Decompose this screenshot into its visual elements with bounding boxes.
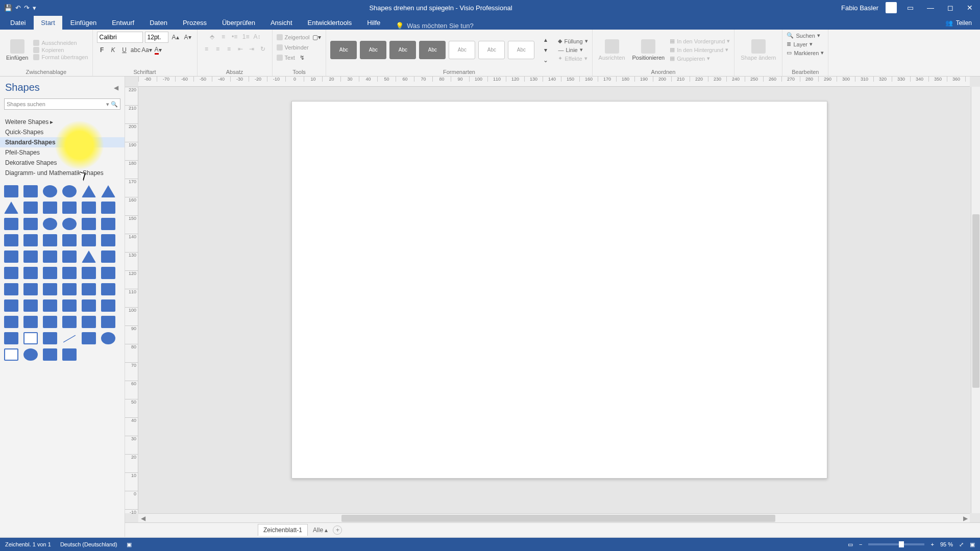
connector-tool-button[interactable]: Verbinder [277, 44, 309, 51]
shape-stencil[interactable] [62, 299, 77, 312]
shape-stencil[interactable] [82, 185, 96, 197]
shape-stencil[interactable] [43, 251, 57, 263]
layer-button[interactable]: ≣Layer▾ [787, 40, 813, 48]
style-swatch-4[interactable]: Abc [419, 41, 446, 59]
user-name[interactable]: Fabio Basler [841, 4, 878, 12]
bold-button[interactable]: F [97, 45, 107, 55]
group-button[interactable]: ▦Gruppieren▾ [670, 55, 730, 62]
shape-stencil[interactable] [43, 316, 57, 328]
tab-prozess[interactable]: Prozess [176, 16, 214, 30]
tab-hilfe[interactable]: Hilfe [360, 16, 387, 30]
align-middle-icon[interactable]: ≡ [218, 32, 229, 42]
shape-stencil[interactable] [4, 348, 18, 361]
sheet-tab[interactable]: Zeichenblatt-1 [258, 524, 308, 536]
shape-stencil[interactable] [62, 185, 77, 197]
grow-font-icon[interactable]: A▴ [170, 32, 181, 42]
vscroll-thumb[interactable] [972, 214, 979, 388]
style-swatch-1[interactable]: Abc [330, 41, 357, 59]
shape-stencil[interactable] [23, 234, 38, 246]
shape-stencil[interactable] [43, 283, 57, 295]
collapse-panel-icon[interactable]: ◀ [114, 84, 118, 91]
tab-einfügen[interactable]: Einfügen [63, 16, 104, 30]
tab-entwicklertools[interactable]: Entwicklertools [301, 16, 359, 30]
indent2-icon[interactable]: ⇥ [247, 44, 257, 54]
ribbon-options-icon[interactable]: ▭ [904, 4, 917, 12]
close-icon[interactable]: ✕ [964, 4, 976, 12]
shape-stencil[interactable] [43, 218, 57, 230]
copy-button[interactable]: Kopieren [33, 46, 88, 54]
style-swatch-5[interactable]: Abc [449, 41, 475, 59]
zoom-knob[interactable] [899, 541, 904, 547]
shape-stencil[interactable] [23, 348, 38, 361]
font-color-button[interactable]: A▾ [153, 45, 163, 55]
shape-stencil[interactable] [62, 202, 77, 214]
zoom-out-icon[interactable]: − [859, 541, 862, 547]
search-dropdown-icon[interactable]: ▾ 🔍 [106, 101, 118, 108]
style-swatch-7[interactable]: Abc [508, 41, 534, 59]
style-swatch-3[interactable]: Abc [389, 41, 416, 59]
shape-stencil[interactable] [82, 316, 96, 328]
shapes-category[interactable]: Weitere Shapes ▸ [0, 117, 125, 127]
shape-stencil[interactable] [101, 316, 115, 328]
shape-stencil[interactable] [4, 267, 18, 279]
align-center-icon[interactable]: ≡ [213, 44, 223, 54]
maximize-icon[interactable]: ◻ [944, 4, 957, 12]
change-shape-button[interactable]: Shape ändern [739, 38, 778, 62]
save-icon[interactable]: 💾 [4, 4, 12, 12]
underline-button[interactable]: U [119, 45, 130, 55]
shape-stencil[interactable] [62, 267, 77, 279]
format-painter-button[interactable]: Format übertragen [33, 54, 88, 61]
shape-stencil[interactable] [101, 299, 115, 312]
send-back-button[interactable]: ▦In den Hintergrund▾ [670, 46, 730, 54]
fill-button[interactable]: ◆Füllung▾ [558, 37, 587, 45]
shape-stencil[interactable] [63, 335, 76, 343]
shape-stencil[interactable] [23, 267, 38, 279]
shape-stencil[interactable] [82, 218, 96, 230]
zoom-slider[interactable] [868, 543, 924, 545]
align-left-icon[interactable]: ≡ [202, 44, 212, 54]
shape-stencil[interactable] [23, 316, 38, 328]
shape-stencil[interactable] [101, 283, 115, 295]
shape-stencil[interactable] [23, 218, 38, 230]
shape-stencil[interactable] [82, 234, 96, 246]
page[interactable] [291, 101, 827, 479]
tab-entwurf[interactable]: Entwurf [105, 16, 141, 30]
shape-stencil[interactable] [43, 332, 57, 344]
shape-stencil[interactable] [43, 202, 57, 214]
numbering-icon[interactable]: 1≡ [241, 32, 251, 42]
styles-more-icon[interactable]: ⌄ [541, 55, 551, 65]
align-button[interactable]: Ausrichten [597, 38, 627, 62]
shape-stencil[interactable] [4, 218, 18, 230]
shape-stencil[interactable] [23, 299, 38, 312]
text-tool-button[interactable]: Text↯ [277, 52, 307, 63]
shape-stencil[interactable] [43, 267, 57, 279]
case-button[interactable]: Aa▾ [142, 45, 152, 55]
shape-stencil[interactable] [4, 316, 18, 328]
fullscreen-icon[interactable]: ▣ [970, 541, 975, 548]
shrink-font-icon[interactable]: A▾ [183, 32, 193, 42]
tab-ansicht[interactable]: Ansicht [263, 16, 300, 30]
styles-down-icon[interactable]: ▾ [541, 45, 551, 55]
share-button[interactable]: 👥 Teilen [937, 16, 980, 30]
horizontal-scrollbar[interactable]: ◀ ▶ [138, 513, 970, 522]
scroll-right-icon[interactable]: ▶ [961, 515, 970, 522]
shape-stencil[interactable] [23, 283, 38, 295]
shape-stencil[interactable] [4, 234, 18, 246]
shape-stencil[interactable] [82, 332, 96, 344]
shapes-search-input[interactable]: Shapes suchen ▾ 🔍 [4, 98, 120, 110]
hscroll-thumb[interactable] [341, 515, 775, 522]
undo-icon[interactable]: ↶ [15, 4, 21, 12]
shape-stencil[interactable] [62, 234, 77, 246]
avatar[interactable] [886, 2, 897, 13]
tab-start[interactable]: Start [34, 16, 62, 30]
shape-stencil[interactable] [43, 348, 57, 361]
italic-button[interactable]: K [108, 45, 118, 55]
macro-record-icon[interactable]: ▣ [127, 541, 132, 548]
shape-stencil[interactable] [62, 348, 77, 361]
vertical-scrollbar[interactable] [971, 87, 980, 513]
indent-icon[interactable]: A↕ [252, 32, 262, 42]
align-top-icon[interactable]: ⬘ [207, 32, 217, 42]
shape-stencil[interactable] [101, 234, 115, 246]
pointer-tool-button[interactable]: Zeigertool▢▾ [277, 32, 322, 43]
minimize-icon[interactable]: — [924, 4, 937, 12]
